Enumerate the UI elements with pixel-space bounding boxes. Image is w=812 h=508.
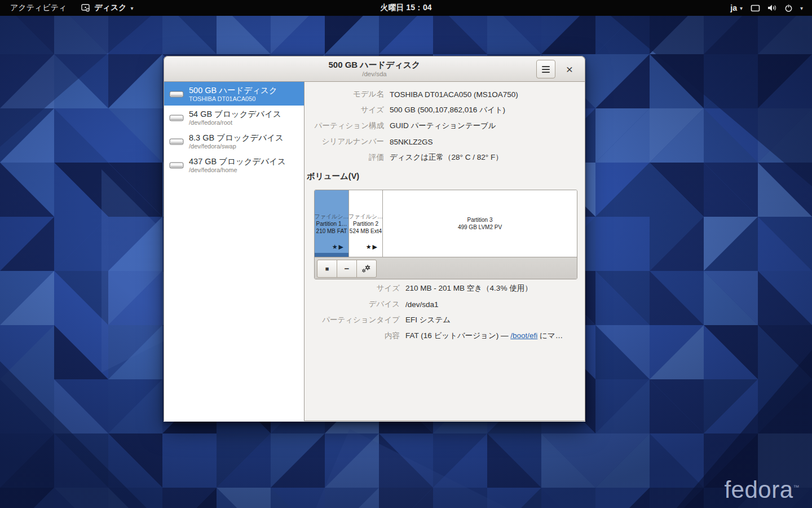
titlebar[interactable]: 500 GB ハードディスク /dev/sda × xyxy=(164,56,585,82)
partition-size: 210 MB FAT xyxy=(316,227,347,235)
sidebar-item-fedora-root[interactable]: 54 GB ブロックデバイス /dev/fedora/root xyxy=(164,106,304,129)
row-value: 85NKLZ2GS xyxy=(390,138,575,146)
row-value: EFI システム xyxy=(405,315,578,325)
row-label: サイズ xyxy=(304,283,400,294)
partition-name: Partition 1… xyxy=(316,220,347,227)
minus-icon: − xyxy=(345,264,350,273)
device-title: 54 GB ブロックデバイス xyxy=(189,109,281,119)
star-icon: ★ xyxy=(332,243,339,250)
volume-toolbar: ■ − xyxy=(315,257,577,279)
partition-2[interactable]: ファイルシ… Partition 2 524 MB Ext4 ★▶ xyxy=(349,190,383,257)
row-label: デバイス xyxy=(304,299,400,309)
partition-3[interactable]: Partition 3 499 GB LVM2 PV xyxy=(383,190,577,257)
table-row: 評価 ディスクは正常（28° C / 82° F） xyxy=(304,150,575,165)
row-value: GUID パーティションテーブル xyxy=(390,121,575,131)
app-menu-label: ディスク xyxy=(94,3,126,13)
device-subtitle: TOSHIBA DT01ACA050 xyxy=(189,95,277,103)
partition-fs-label: ファイルシ… xyxy=(315,213,349,220)
device-subtitle: /dev/fedora/root xyxy=(189,119,281,126)
row-label: 内容 xyxy=(304,331,400,341)
block-device-icon xyxy=(169,113,184,122)
table-row: サイズ 210 MB - 201 MB 空き（4.3% 使用） xyxy=(304,281,578,296)
partition-flag-icons: ★▶ xyxy=(332,243,345,251)
row-label: パーティション構成 xyxy=(304,121,384,131)
row-value: /dev/sda1 xyxy=(405,300,578,309)
disk-detail-pane: モデル名 TOSHIBA DT01ACA050 (MS1OA750) サイズ 5… xyxy=(304,82,585,421)
table-row: パーティション構成 GUID パーティションテーブル xyxy=(304,118,575,134)
app-menu-button[interactable]: ディスク ▾ xyxy=(81,3,133,13)
unmount-button[interactable]: ■ xyxy=(317,260,337,278)
row-label: 評価 xyxy=(304,152,384,163)
device-title: 8.3 GB ブロックデバイス xyxy=(189,133,284,143)
chevron-down-icon[interactable]: ▾ xyxy=(800,5,803,11)
delete-partition-button[interactable]: − xyxy=(337,260,357,278)
table-row: 内容 FAT (16 ビットバージョン) — /boot/efi にマ… xyxy=(304,328,578,344)
screen-share-icon[interactable] xyxy=(751,5,760,12)
row-label: サイズ xyxy=(304,105,384,115)
row-label: パーティションタイプ xyxy=(304,315,400,325)
stop-square-icon: ■ xyxy=(325,265,329,272)
disk-info-table: モデル名 TOSHIBA DT01ACA050 (MS1OA750) サイズ 5… xyxy=(304,86,575,165)
table-row: シリアルナンバー 85NKLZ2GS xyxy=(304,134,575,150)
keyboard-layout-indicator[interactable]: ja ▾ xyxy=(730,3,743,12)
close-icon: × xyxy=(566,63,573,76)
volumes-frame: ファイルシ… Partition 1… 210 MB FAT ★▶ ファイルシ…… xyxy=(314,190,577,279)
device-title: 437 GB ブロックデバイス xyxy=(189,156,286,167)
table-row: モデル名 TOSHIBA DT01ACA050 (MS1OA750) xyxy=(304,86,575,102)
row-value: 500 GB (500,107,862,016 バイト) xyxy=(390,105,575,115)
partition-size: 499 GB LVM2 PV xyxy=(458,224,502,231)
star-icon: ★ xyxy=(366,243,373,250)
device-title: 500 GB ハードディスク xyxy=(189,85,277,95)
partition-name: Partition 3 xyxy=(467,216,492,224)
chevron-down-icon: ▾ xyxy=(131,5,134,11)
device-sidebar: 500 GB ハードディスク TOSHIBA DT01ACA050 54 GB … xyxy=(164,82,304,421)
content-text: にマ… xyxy=(537,331,563,340)
boot-efi-link[interactable]: /boot/efi xyxy=(510,331,537,340)
table-row: サイズ 500 GB (500,107,862,016 バイト) xyxy=(304,102,575,118)
play-icon: ▶ xyxy=(373,243,378,250)
block-device-icon xyxy=(169,137,184,146)
device-subtitle: /dev/fedora/swap xyxy=(189,143,284,150)
volume-icon[interactable] xyxy=(767,4,777,12)
keyboard-layout-label: ja xyxy=(730,3,737,12)
content-text: FAT (16 ビットバージョン) — xyxy=(405,331,510,340)
partition-grid: ファイルシ… Partition 1… 210 MB FAT ★▶ ファイルシ…… xyxy=(315,190,577,257)
row-value: FAT (16 ビットバージョン) — /boot/efi にマ… xyxy=(405,331,578,341)
power-icon[interactable] xyxy=(784,4,793,12)
sidebar-item-fedora-home[interactable]: 437 GB ブロックデバイス /dev/fedora/home xyxy=(164,153,304,177)
close-button[interactable]: × xyxy=(560,60,579,78)
chevron-down-icon: ▾ xyxy=(740,5,743,11)
clock-label[interactable]: 火曜日 15：04 xyxy=(380,3,431,12)
partition-name: Partition 2 xyxy=(353,220,378,227)
partition-selected-strip xyxy=(315,253,348,257)
sidebar-item-fedora-swap[interactable]: 8.3 GB ブロックデバイス /dev/fedora/swap xyxy=(164,129,304,153)
partition-flag-icons: ★▶ xyxy=(366,243,378,251)
window-subtitle: /dev/sda xyxy=(164,70,585,78)
row-label: モデル名 xyxy=(304,89,384,99)
hard-drive-icon xyxy=(169,89,184,99)
gnome-top-bar: アクティビティ ディスク ▾ 火曜日 15：04 ja ▾ xyxy=(0,0,812,16)
partition-1[interactable]: ファイルシ… Partition 1… 210 MB FAT ★▶ xyxy=(315,190,349,257)
disks-window: 500 GB ハードディスク /dev/sda × 500 GB ハードディスク… xyxy=(164,56,585,422)
partition-options-button[interactable] xyxy=(356,260,377,278)
partition-size: 524 MB Ext4 xyxy=(350,227,382,235)
table-row: デバイス /dev/sda1 xyxy=(304,296,578,312)
partition-fs-label: ファイルシ… xyxy=(349,213,383,220)
play-icon: ▶ xyxy=(339,243,345,250)
disks-app-icon xyxy=(81,4,90,12)
row-value: ディスクは正常（28° C / 82° F） xyxy=(390,152,575,163)
row-value: 210 MB - 201 MB 空き（4.3% 使用） xyxy=(405,283,578,294)
sidebar-item-disk-sda[interactable]: 500 GB ハードディスク TOSHIBA DT01ACA050 xyxy=(164,82,304,106)
fedora-watermark: fedora™ xyxy=(724,476,800,503)
row-label: シリアルナンバー xyxy=(304,137,384,147)
partition-info-table: サイズ 210 MB - 201 MB 空き（4.3% 使用） デバイス /de… xyxy=(304,281,578,344)
activities-button[interactable]: アクティビティ xyxy=(8,3,69,13)
hamburger-icon xyxy=(542,64,550,75)
volumes-heading: ボリューム(V) xyxy=(307,171,359,182)
window-menu-button[interactable] xyxy=(536,60,555,78)
row-value: TOSHIBA DT01ACA050 (MS1OA750) xyxy=(390,90,575,99)
window-title: 500 GB ハードディスク xyxy=(164,59,585,70)
block-device-icon xyxy=(169,160,184,170)
gears-icon xyxy=(361,264,372,273)
table-row: パーティションタイプ EFI システム xyxy=(304,312,578,328)
